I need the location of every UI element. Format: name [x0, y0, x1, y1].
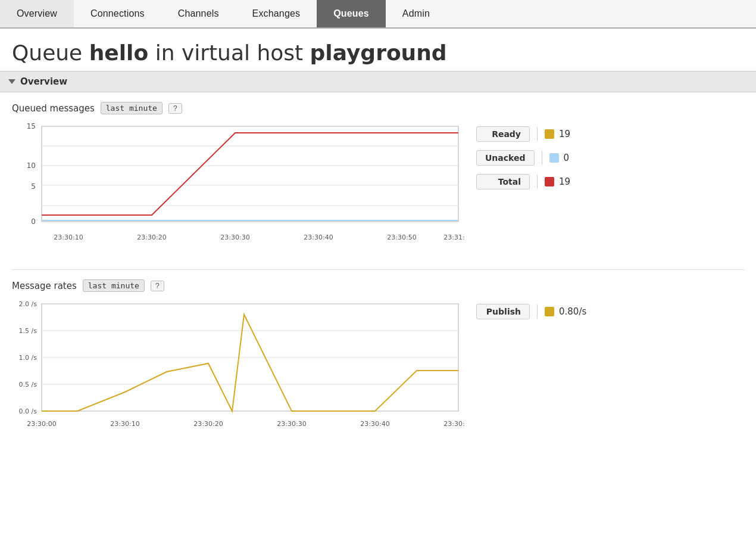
- message-rates-tag[interactable]: last minute: [83, 279, 145, 292]
- legend-ready-label: Ready: [476, 126, 530, 142]
- nav-overview[interactable]: Overview: [0, 0, 74, 27]
- nav-admin[interactable]: Admin: [386, 0, 446, 27]
- page-title: Queue hello in virtual host playground: [12, 41, 744, 65]
- legend-publish-label: Publish: [476, 304, 530, 319]
- legend-unacked-color: [549, 153, 559, 163]
- queued-messages-chart: 15 10 5 0 23:30:10 23:30:20 23:30:30 23:…: [12, 120, 464, 251]
- nav-exchanges[interactable]: Exchanges: [236, 0, 317, 27]
- svg-text:23:30:20: 23:30:20: [193, 420, 223, 428]
- svg-text:23:30:30: 23:30:30: [277, 420, 306, 428]
- legend-row-ready: Ready 19: [476, 126, 582, 142]
- svg-text:23:30:30: 23:30:30: [220, 234, 249, 241]
- legend-unacked-label: Unacked: [476, 150, 535, 166]
- legend-row-publish: Publish 0.80/s: [476, 304, 586, 319]
- legend-total-label: Total: [476, 174, 530, 189]
- queued-messages-chart-area: 15 10 5 0 23:30:10 23:30:20 23:30:30 23:…: [12, 120, 744, 251]
- svg-text:15: 15: [27, 122, 36, 130]
- overview-content: Queued messages last minute ? 15: [0, 92, 756, 447]
- vhost-name: playground: [310, 41, 447, 65]
- queued-messages-tag[interactable]: last minute: [101, 102, 163, 114]
- svg-text:23:30:50: 23:30:50: [387, 234, 416, 241]
- overview-section-label: Overview: [20, 76, 67, 87]
- svg-text:0.5 /s: 0.5 /s: [19, 381, 38, 388]
- svg-text:23:30:50: 23:30:50: [443, 420, 464, 428]
- message-rates-help[interactable]: ?: [151, 281, 164, 291]
- legend-row-total: Total 19: [476, 174, 582, 189]
- svg-rect-0: [42, 126, 458, 222]
- svg-text:23:30:00: 23:30:00: [27, 420, 56, 428]
- main-nav: Overview Connections Channels Exchanges …: [0, 0, 756, 29]
- legend-publish-divider: [537, 304, 538, 319]
- svg-text:23:30:40: 23:30:40: [360, 420, 389, 428]
- svg-text:10: 10: [27, 161, 36, 170]
- nav-connections[interactable]: Connections: [74, 0, 161, 27]
- legend-divider-2: [542, 151, 542, 165]
- queued-messages-label-row: Queued messages last minute ?: [12, 102, 744, 114]
- message-rates-legend: Publish 0.80/s: [476, 298, 586, 319]
- svg-text:23:31:00: 23:31:00: [443, 234, 464, 241]
- gap-1: [12, 257, 744, 269]
- message-rates-label: Message rates: [12, 281, 77, 291]
- legend-total-color: [545, 177, 554, 186]
- queue-name: hello: [89, 41, 148, 65]
- queued-messages-help[interactable]: ?: [168, 103, 182, 114]
- message-rates-chart: 2.0 /s 1.5 /s 1.0 /s 0.5 /s 0.0 /s 23:30…: [12, 298, 464, 435]
- queued-messages-svg: 15 10 5 0 23:30:10 23:30:20 23:30:30 23:…: [12, 120, 464, 251]
- svg-text:23:30:40: 23:30:40: [304, 234, 333, 241]
- message-rates-label-row: Message rates last minute ?: [12, 279, 744, 292]
- legend-divider-3: [537, 175, 538, 189]
- title-middle: in virtual host: [148, 41, 310, 65]
- title-prefix: Queue: [12, 41, 89, 65]
- collapse-triangle-icon: [8, 79, 15, 84]
- nav-queues[interactable]: Queues: [317, 0, 386, 27]
- queued-messages-legend: Ready 19 Unacked 0 Total 19: [476, 120, 582, 189]
- gap-2: [12, 270, 744, 279]
- svg-text:1.5 /s: 1.5 /s: [19, 327, 38, 335]
- page-title-area: Queue hello in virtual host playground: [0, 29, 756, 71]
- legend-divider-1: [537, 127, 538, 141]
- svg-text:1.0 /s: 1.0 /s: [19, 354, 38, 362]
- queued-messages-label: Queued messages: [12, 103, 95, 114]
- overview-section-header: Overview: [0, 71, 756, 92]
- overview-section: Overview Queued messages last minute ?: [0, 71, 756, 447]
- svg-text:23:30:10: 23:30:10: [54, 234, 83, 241]
- svg-text:5: 5: [31, 182, 36, 191]
- legend-publish-color: [545, 307, 554, 316]
- message-rates-svg: 2.0 /s 1.5 /s 1.0 /s 0.5 /s 0.0 /s 23:30…: [12, 298, 464, 435]
- svg-text:0: 0: [31, 217, 36, 226]
- svg-text:23:30:10: 23:30:10: [110, 420, 139, 428]
- nav-channels[interactable]: Channels: [161, 0, 236, 27]
- svg-text:0.0 /s: 0.0 /s: [19, 408, 38, 415]
- legend-ready-value: 19: [559, 129, 577, 139]
- message-rates-chart-area: 2.0 /s 1.5 /s 1.0 /s 0.5 /s 0.0 /s 23:30…: [12, 298, 744, 435]
- legend-total-value: 19: [559, 176, 577, 187]
- svg-text:2.0 /s: 2.0 /s: [19, 300, 38, 308]
- legend-publish-value: 0.80/s: [559, 306, 586, 317]
- legend-row-unacked: Unacked 0: [476, 150, 582, 166]
- legend-ready-color: [545, 129, 554, 139]
- legend-unacked-value: 0: [564, 153, 582, 163]
- svg-text:23:30:20: 23:30:20: [137, 234, 166, 241]
